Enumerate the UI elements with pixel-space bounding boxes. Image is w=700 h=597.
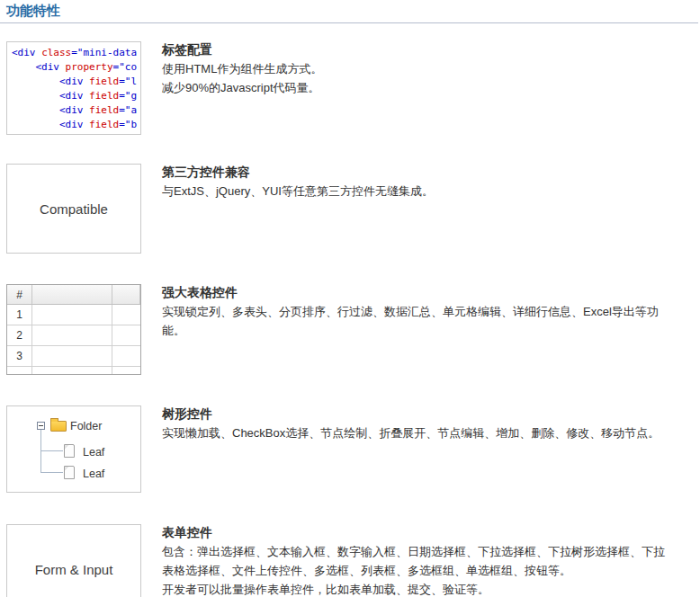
folder-icon xyxy=(50,421,67,432)
table-cell: 1 xyxy=(7,305,32,325)
section-text: 实现锁定列、多表头、分页排序、行过滤、数据汇总、单元格编辑、详细行信息、Exce… xyxy=(162,302,668,340)
code-line: <div field="b xyxy=(12,118,140,132)
section-text: 减少90%的Javascript代码量。 xyxy=(162,78,668,97)
table-cell: 3 xyxy=(7,346,32,366)
features-page: 功能特性 <div class="mini-data <div property… xyxy=(0,0,700,597)
code-line: <div field="g xyxy=(12,89,140,103)
code-tag: <div xyxy=(12,61,66,73)
code-attr: property xyxy=(66,61,113,73)
collapse-minus-icon xyxy=(37,422,45,430)
code-value: ="a xyxy=(119,104,137,116)
code-line: <div class="mini-data xyxy=(12,46,140,60)
section-text: 与ExtJS、jQuery、YUI等任意第三方控件无缝集成。 xyxy=(162,182,668,200)
code-attr: field xyxy=(89,104,119,116)
tree-connector-line xyxy=(40,430,41,473)
table-cell xyxy=(112,346,140,366)
datagrid-thumbnail: # 1 2 3 xyxy=(6,284,141,375)
section-title: 表单控件 xyxy=(162,524,668,540)
leaf-file-icon xyxy=(64,466,75,479)
table-cell: 2 xyxy=(7,325,32,345)
tree-thumbnail: Folder Leaf Leaf xyxy=(6,405,141,493)
table-header-cell: # xyxy=(7,285,32,304)
table-row: 3 xyxy=(7,346,140,367)
code-tag: <div xyxy=(12,104,89,116)
table-row: 2 xyxy=(7,325,140,346)
section-content: 强大表格控件 实现锁定列、多表头、分页排序、行过滤、数据汇总、单元格编辑、详细行… xyxy=(162,284,668,340)
thumbnail-label: Form & Input xyxy=(35,562,113,577)
section-title: 第三方控件兼容 xyxy=(162,164,668,180)
table-header-cell xyxy=(112,285,140,304)
section-content: 表单控件 包含：弹出选择框、文本输入框、数字输入框、日期选择框、下拉选择框、下拉… xyxy=(162,524,668,597)
code-value: ="l xyxy=(119,76,137,87)
code-tag: <div xyxy=(12,76,89,87)
section-title: 标签配置 xyxy=(162,41,668,58)
code-line: <div property="co xyxy=(12,60,140,75)
code-attr: field xyxy=(89,119,119,130)
code-attr: field xyxy=(89,76,119,87)
table-cell xyxy=(112,325,140,345)
code-line: <div field="l xyxy=(12,75,140,89)
section-text: 包含：弹出选择框、文本输入框、数字输入框、日期选择框、下拉选择框、下拉树形选择框… xyxy=(162,542,668,580)
section-content: 第三方控件兼容 与ExtJS、jQuery、YUI等任意第三方控件无缝集成。 xyxy=(162,164,668,200)
code-snippet-thumbnail: <div class="mini-data <div property="co … xyxy=(6,41,141,135)
section-content: 树形控件 实现懒加载、CheckBox选择、节点绘制、折叠展开、节点编辑、增加、… xyxy=(162,405,668,442)
table-cell xyxy=(112,367,140,375)
leaf-file-icon xyxy=(64,444,75,458)
code-tag: <div xyxy=(12,47,41,58)
title-divider xyxy=(0,22,698,23)
page-title: 功能特性 xyxy=(6,3,60,20)
code-tag: <div xyxy=(12,119,89,130)
section-title: 强大表格控件 xyxy=(162,284,668,300)
table-header-cell xyxy=(32,285,112,304)
thumbnail-label: Compatible xyxy=(40,201,108,217)
section-text: 开发者可以批量操作表单控件，比如表单加载、提交、验证等。 xyxy=(162,580,668,597)
table-cell xyxy=(32,346,112,366)
table-cell xyxy=(7,367,32,375)
code-attr: field xyxy=(89,90,119,102)
section-title: 树形控件 xyxy=(162,405,668,422)
code-tag: <div xyxy=(12,90,89,102)
section-text: 使用HTML作为组件生成方式。 xyxy=(162,59,668,78)
table-row xyxy=(7,367,140,375)
table-cell xyxy=(32,325,112,345)
table-row: 1 xyxy=(7,305,140,325)
table-header-row: # xyxy=(7,285,140,305)
tree-node-label: Leaf xyxy=(83,468,104,480)
tree-connector-line xyxy=(40,450,63,451)
code-value: ="mini-data xyxy=(71,47,137,58)
compatible-thumbnail: Compatible xyxy=(6,164,141,254)
code-value: ="co xyxy=(113,61,138,73)
section-text: 实现懒加载、CheckBox选择、节点绘制、折叠展开、节点编辑、增加、删除、修改… xyxy=(162,423,668,442)
code-value: ="b xyxy=(119,119,137,130)
tree-connector-line xyxy=(40,472,63,473)
form-input-thumbnail: Form & Input xyxy=(6,524,141,597)
tree-node-label: Leaf xyxy=(83,446,104,459)
table-cell xyxy=(32,305,112,325)
table-cell xyxy=(32,367,112,375)
code-attr: class xyxy=(41,47,71,58)
table-cell xyxy=(112,305,140,325)
section-content: 标签配置 使用HTML作为组件生成方式。 减少90%的Javascript代码量… xyxy=(162,41,668,97)
tree-node-label: Folder xyxy=(70,420,102,432)
code-line: <div field="a xyxy=(12,103,140,118)
code-value: ="g xyxy=(119,90,137,102)
